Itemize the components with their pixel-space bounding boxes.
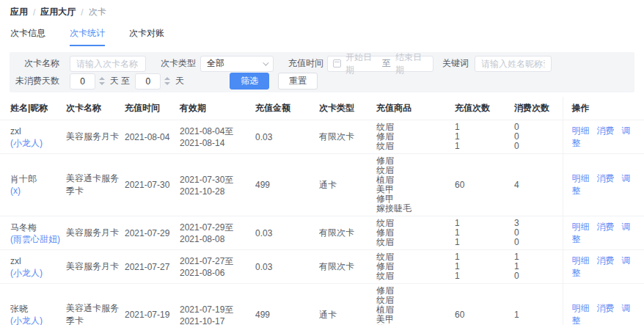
breadcrumb-item-app-hall[interactable]: 应用大厅 bbox=[40, 6, 76, 18]
card-type-cell: 有限次卡 bbox=[319, 250, 376, 284]
chevron-down-icon bbox=[263, 59, 268, 65]
filter-row-2: 未消费天数 天 至 天 筛选 重置 bbox=[10, 73, 634, 90]
customer-nickname[interactable]: (小龙人) bbox=[10, 315, 63, 325]
action-link-consume[interactable]: 消费 bbox=[597, 125, 615, 136]
card-name-cell: 美容通卡服务季卡 bbox=[66, 154, 125, 216]
col-recharge-amount: 充值金额 bbox=[255, 97, 319, 120]
recharge-count: 1 bbox=[455, 123, 511, 132]
recharge-count: 1 bbox=[455, 252, 511, 262]
consume-count-cell: 300 bbox=[514, 216, 563, 250]
consume-count: 3 bbox=[514, 219, 560, 228]
recharge-count: 1 bbox=[455, 271, 511, 281]
col-card-name: 次卡名称 bbox=[66, 97, 125, 120]
table-header-row: 姓名|昵称 次卡名称 充值时间 有效期 充值金额 次卡类型 充值商品 充值次数 … bbox=[0, 97, 644, 120]
consume-count-cell: 000 bbox=[514, 120, 563, 154]
consume-count: 1 bbox=[514, 262, 560, 271]
calendar-icon bbox=[333, 59, 341, 67]
recharge-count: 1 bbox=[455, 228, 511, 238]
breadcrumb-item-current: 次卡 bbox=[89, 6, 106, 18]
consume-count-cell: 4 bbox=[514, 154, 563, 216]
days-min-stepper[interactable] bbox=[99, 77, 105, 85]
customer-nickname[interactable]: (小龙人) bbox=[10, 267, 63, 279]
products-cell: 修眉纹眉植眉美甲修甲嫁接睫毛 bbox=[376, 284, 455, 325]
card-name-cell: 美容服务月卡 bbox=[66, 120, 125, 154]
card-type-select[interactable]: 全部 bbox=[200, 56, 274, 72]
action-link-consume[interactable]: 消费 bbox=[597, 222, 615, 232]
end-date-placeholder: 结束日期 bbox=[395, 51, 428, 76]
action-link-detail[interactable]: 明细 bbox=[572, 125, 590, 136]
days-max-stepper[interactable] bbox=[164, 77, 170, 85]
tab-card-stats[interactable]: 次卡统计 bbox=[70, 25, 105, 46]
keyword-input[interactable] bbox=[475, 56, 552, 72]
name-cell: zxl(小龙人) bbox=[0, 120, 66, 154]
arrow-up-icon[interactable] bbox=[99, 77, 105, 80]
products-cell: 纹眉修眉纹眉 bbox=[376, 216, 455, 250]
reset-button[interactable]: 重置 bbox=[278, 73, 318, 90]
recharge-count-cell: 60 bbox=[455, 154, 514, 216]
consume-count: 1 bbox=[514, 252, 560, 262]
days-min-input[interactable] bbox=[70, 73, 95, 90]
amount-cell: 0.03 bbox=[255, 250, 319, 284]
action-link-detail[interactable]: 明细 bbox=[572, 303, 590, 313]
consume-count: 0 bbox=[514, 271, 560, 281]
col-recharge-count: 充值次数 bbox=[455, 97, 514, 120]
product-item: 纹眉 bbox=[376, 238, 452, 247]
consume-count: 0 bbox=[514, 142, 560, 151]
recharge-count: 1 bbox=[455, 238, 511, 247]
tab-card-reconcile[interactable]: 次卡对账 bbox=[129, 25, 164, 46]
products-cell: 修眉纹眉植眉美甲修甲嫁接睫毛 bbox=[376, 154, 455, 216]
action-link-consume[interactable]: 消费 bbox=[597, 173, 615, 183]
arrow-up-icon[interactable] bbox=[164, 77, 170, 80]
filter-button[interactable]: 筛选 bbox=[230, 73, 269, 90]
amount-cell: 0.03 bbox=[255, 120, 319, 154]
card-type-label: 次卡类型 bbox=[152, 57, 196, 70]
table-row: 肖十郎(x)美容通卡服务季卡2021-07-302021-07-30至 2021… bbox=[0, 154, 644, 216]
table-row: zxl(小龙人)美容服务月卡2021-08-042021-08-04至 2021… bbox=[0, 120, 644, 154]
customer-name: 肖十郎 bbox=[10, 173, 63, 185]
recharge-date-range-picker[interactable]: 开始日期 至 结束日期 bbox=[327, 56, 433, 72]
arrow-down-icon[interactable] bbox=[99, 82, 105, 85]
customer-name: zxl bbox=[10, 125, 63, 137]
products-cell: 纹眉修眉纹眉 bbox=[376, 250, 455, 284]
actions-cell: 明细消费调整 bbox=[563, 216, 644, 250]
customer-nickname[interactable]: (x) bbox=[10, 185, 63, 197]
col-actions: 操作 bbox=[563, 97, 644, 120]
recharge-time-label: 充值时间 bbox=[279, 57, 323, 70]
consume-count: 0 bbox=[514, 238, 560, 247]
filter-row-1: 次卡名称 次卡类型 全部 充值时间 开始日期 至 结束日期 关键词 bbox=[10, 55, 634, 72]
card-name-cell: 美容服务月卡 bbox=[66, 250, 125, 284]
action-link-detail[interactable]: 明细 bbox=[572, 255, 590, 266]
card-type-cell: 有限次卡 bbox=[319, 216, 376, 250]
card-name-label: 次卡名称 bbox=[15, 57, 59, 70]
days-max-input[interactable] bbox=[135, 73, 161, 90]
card-type-cell: 通卡 bbox=[319, 284, 376, 325]
customer-nickname[interactable]: (小龙人) bbox=[10, 137, 63, 149]
recharge-count-cell: 111 bbox=[455, 250, 514, 284]
days-end-unit: 天 bbox=[175, 75, 184, 87]
consume-count: 0 bbox=[514, 228, 560, 238]
action-link-detail[interactable]: 明细 bbox=[572, 173, 590, 183]
recharge-time-cell: 2021-08-04 bbox=[125, 120, 180, 154]
action-link-detail[interactable]: 明细 bbox=[572, 222, 590, 232]
recharge-count-cell: 60 bbox=[455, 284, 514, 325]
actions-cell: 明细消费调整 bbox=[563, 250, 644, 284]
card-name-input[interactable] bbox=[70, 56, 146, 72]
breadcrumb-item-apps[interactable]: 应用 bbox=[10, 6, 28, 18]
col-card-type: 次卡类型 bbox=[319, 97, 376, 120]
table-body: zxl(小龙人)美容服务月卡2021-08-042021-08-04至 2021… bbox=[0, 120, 644, 325]
customer-name: zxl bbox=[10, 255, 63, 267]
products-cell: 纹眉修眉纹眉 bbox=[376, 120, 455, 154]
col-name-nickname: 姓名|昵称 bbox=[0, 97, 66, 120]
amount-cell: 0.03 bbox=[255, 216, 319, 250]
action-link-consume[interactable]: 消费 bbox=[597, 303, 615, 313]
customer-nickname[interactable]: (雨雲心甜妞) bbox=[10, 233, 63, 245]
name-cell: 马冬梅(雨雲心甜妞) bbox=[0, 216, 66, 250]
tab-card-info[interactable]: 次卡信息 bbox=[10, 25, 45, 46]
recharge-count: 1 bbox=[455, 219, 511, 228]
action-link-consume[interactable]: 消费 bbox=[597, 255, 615, 266]
arrow-down-icon[interactable] bbox=[164, 82, 170, 85]
actions-cell: 明细消费调整 bbox=[563, 154, 644, 216]
tab-bar: 次卡信息 次卡统计 次卡对账 bbox=[0, 21, 644, 46]
card-type-cell: 有限次卡 bbox=[319, 120, 376, 154]
consume-count: 0 bbox=[514, 132, 560, 142]
